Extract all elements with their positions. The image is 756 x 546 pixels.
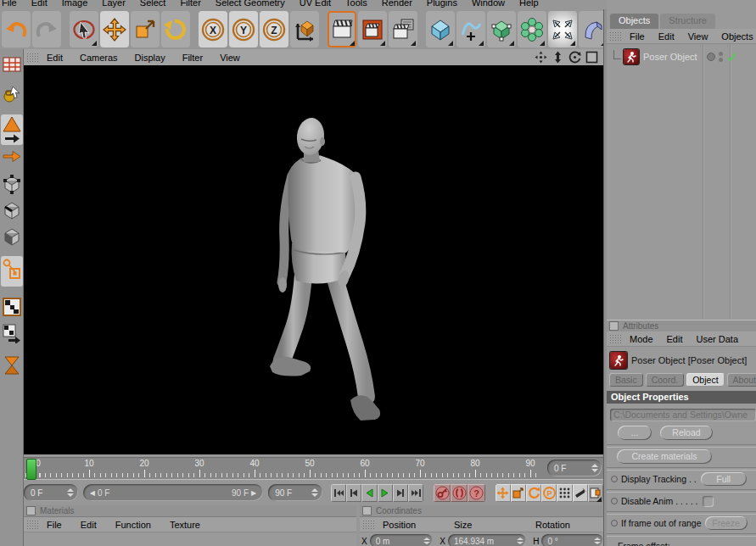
menu-uv-edit[interactable]: UV Edit [300, 0, 331, 8]
end-frame-field[interactable]: 90 F [268, 484, 322, 501]
om-menu-file[interactable]: File [630, 31, 645, 42]
menu-select-geometry[interactable]: Select Geometry [216, 0, 285, 8]
goto-start-button[interactable] [331, 484, 346, 502]
add-array-button[interactable] [518, 11, 546, 47]
tab-objects[interactable]: Objects [610, 14, 658, 29]
object-tree[interactable]: Poser Object [607, 44, 756, 319]
viewport-menu-edit[interactable]: Edit [47, 53, 63, 63]
tab-about[interactable]: About [727, 373, 756, 387]
spinner-arrows-icon[interactable] [311, 488, 319, 497]
object-axis-mode-button[interactable] [1, 256, 23, 287]
undo-button[interactable] [2, 11, 31, 47]
out-of-range-dropdown[interactable]: Freeze [705, 516, 748, 530]
render-settings-button[interactable] [358, 11, 387, 47]
record-keyframe-button[interactable] [434, 484, 451, 502]
menu-help[interactable]: Help [519, 0, 539, 8]
collapse-box-icon[interactable] [26, 506, 36, 515]
menu-layer[interactable]: Layer [102, 0, 126, 8]
layer-dot-icon[interactable] [707, 53, 715, 61]
spinner-arrows-icon[interactable] [591, 464, 598, 472]
menu-image[interactable]: Image [62, 0, 88, 8]
size-x-field[interactable]: 164.934 m [448, 534, 526, 546]
points-mode-button[interactable] [1, 172, 23, 196]
add-nurbs-button[interactable] [487, 11, 516, 47]
timeline-track[interactable]: 0 10 20 30 40 50 60 70 80 90 [24, 457, 543, 480]
timeline-frame-spinner[interactable]: 0 F [547, 460, 602, 476]
tab-basic[interactable]: Basic [609, 373, 643, 387]
tab-structure[interactable]: Structure [660, 14, 715, 29]
attributes-grip-handle[interactable] [609, 334, 623, 343]
redo-button[interactable] [32, 11, 61, 47]
menu-window[interactable]: Window [472, 0, 505, 8]
menu-filter[interactable]: Filter [180, 0, 200, 8]
key-scale-toggle[interactable] [511, 484, 526, 502]
viewport-menu-view[interactable]: View [220, 53, 240, 63]
key-rotation-toggle[interactable] [526, 484, 541, 502]
viewport-zoom-icon[interactable] [552, 51, 564, 64]
add-primitive-button[interactable] [426, 11, 455, 47]
collapse-box-icon[interactable] [609, 321, 619, 331]
materials-menu-function[interactable]: Function [115, 520, 151, 530]
reload-button[interactable]: Reload [660, 426, 713, 440]
materials-menu-edit[interactable]: Edit [81, 520, 97, 530]
visibility-dots[interactable] [719, 52, 723, 62]
add-deformer-button[interactable] [548, 11, 577, 47]
lock-x-axis-button[interactable]: X [199, 11, 227, 47]
live-selection-button[interactable] [70, 11, 98, 47]
attr-menu-edit[interactable]: Edit [667, 334, 683, 344]
animation-dot-icon[interactable] [611, 476, 618, 482]
tab-object[interactable]: Object [686, 373, 724, 387]
viewport-menu-display[interactable]: Display [135, 53, 165, 63]
polygons-mode-button[interactable] [1, 225, 23, 248]
spinner-arrows-icon[interactable] [516, 538, 524, 544]
play-backward-button[interactable] [361, 484, 377, 502]
texture-paint-mode-button[interactable] [1, 295, 23, 319]
viewport-menu-filter[interactable]: Filter [182, 53, 203, 63]
materials-grip-handle[interactable] [26, 520, 40, 529]
coordinates-grip-handle[interactable] [362, 520, 376, 529]
display-tracking-dropdown[interactable]: Full [701, 472, 747, 486]
rotation-h-field[interactable]: 0 ° [541, 534, 603, 546]
coordinate-system-button[interactable] [290, 11, 319, 47]
collapse-box-icon[interactable] [362, 506, 372, 515]
create-materials-button[interactable]: Create materials [617, 449, 712, 464]
menu-select[interactable]: Select [140, 0, 166, 8]
uv-mesh-mode-button[interactable] [1, 53, 23, 76]
play-sound-toggle[interactable] [573, 484, 588, 502]
lock-z-axis-button[interactable]: Z [260, 11, 288, 47]
browse-button[interactable]: ... [618, 426, 652, 440]
paint-setup-wizard-button[interactable] [1, 82, 23, 106]
menu-tools[interactable]: Tools [345, 0, 367, 8]
move-tool-button[interactable] [100, 11, 129, 47]
frame-range-slider[interactable]: ◀ 0 F 90 F ▶ [83, 484, 263, 501]
render-menu-button[interactable] [389, 11, 417, 47]
disable-anim-checkbox[interactable] [703, 496, 714, 507]
viewport-canvas[interactable] [24, 65, 603, 454]
animation-dot-icon[interactable] [611, 520, 618, 526]
object-row-poser[interactable]: Poser Object [607, 47, 756, 66]
timeline-layout-button[interactable] [588, 484, 603, 502]
kinematics-mode-button[interactable] [1, 354, 23, 377]
position-x-field[interactable]: 0 m [370, 534, 434, 546]
current-frame-field[interactable]: 0 F [24, 484, 78, 501]
previous-frame-button[interactable] [346, 484, 361, 502]
viewport-menu-cameras[interactable]: Cameras [80, 53, 118, 63]
om-menu-edit[interactable]: Edit [658, 31, 675, 42]
spinner-arrows-icon[interactable] [423, 538, 430, 544]
spinner-arrows-icon[interactable] [67, 488, 75, 497]
rotate-tool-button[interactable] [161, 11, 190, 47]
add-spline-button[interactable] [456, 11, 485, 47]
materials-menu-file[interactable]: File [47, 520, 62, 530]
key-pla-toggle[interactable] [557, 484, 572, 502]
menu-file[interactable]: File [2, 0, 17, 8]
attr-menu-mode[interactable]: Mode [630, 334, 653, 344]
viewport-grip-handle[interactable] [26, 53, 40, 62]
viewport-maximize-icon[interactable] [585, 51, 598, 64]
play-forward-button[interactable] [378, 484, 393, 502]
model-mode-button[interactable] [1, 114, 23, 145]
edges-mode-button[interactable] [1, 198, 23, 222]
current-frame-marker[interactable] [26, 459, 36, 480]
next-frame-button[interactable] [393, 484, 408, 502]
key-parameter-toggle[interactable]: P [541, 484, 557, 502]
texture-mode-arrow-button[interactable] [1, 149, 23, 164]
